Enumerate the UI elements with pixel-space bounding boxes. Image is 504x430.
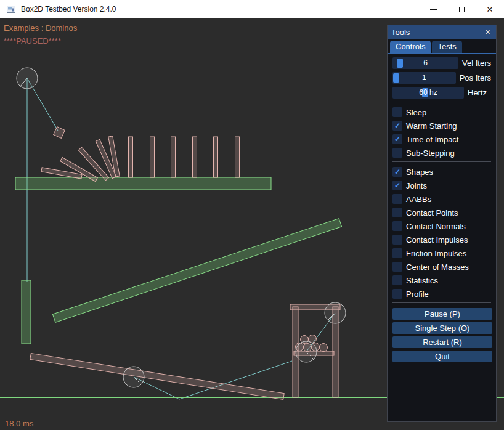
checkbox-label: Time of Impact [406, 135, 458, 144]
example-label: Examples : Dominos [4, 23, 77, 33]
vel-iters-value: 6 [392, 57, 458, 69]
checkbox-label: Sub-Stepping [406, 148, 455, 158]
shapes-checkbox[interactable]: ✓ [392, 167, 402, 177]
close-icon: ✕ [487, 5, 494, 14]
separator [392, 102, 491, 102]
checkbox-label: Profile [406, 290, 429, 299]
hertz-slider[interactable]: 60 hz [392, 87, 464, 99]
contact-impulses-checkbox[interactable]: ✓ [392, 235, 402, 245]
checkbox-label: Contact Normals [406, 222, 466, 231]
tools-close-icon[interactable]: ✕ [483, 28, 492, 37]
checkbox-label: Friction Impulses [406, 249, 466, 258]
tools-panel: Tools ✕ Controls Tests 6 Vel Iters [387, 25, 497, 422]
check-icon: ✓ [394, 181, 400, 190]
app-icon [6, 4, 16, 14]
hertz-row: 60 hz Hertz [392, 87, 491, 99]
checkbox-label: Center of Masses [406, 262, 469, 272]
checkbox-row-warm-starting: ✓ Warm Starting [392, 121, 491, 131]
pause-button[interactable]: Pause (P) [392, 308, 492, 320]
checkbox-row-center-of-masses: ✓ Center of Masses [392, 262, 491, 272]
tools-content: 6 Vel Iters 1 Pos Iters 60 hz [388, 54, 496, 362]
app-window: Box2D Testbed Version 2.4.0 ✕ [0, 0, 504, 430]
checkbox-row-friction-impulses: ✓ Friction Impulses [392, 248, 491, 258]
pos-iters-value: 1 [392, 72, 456, 84]
checkbox-row-contact-points: ✓ Contact Points [392, 208, 491, 217]
maximize-button[interactable] [447, 0, 476, 18]
pos-iters-row: 1 Pos Iters [392, 72, 491, 84]
tools-panel-titlebar[interactable]: Tools ✕ [388, 25, 496, 39]
contact-points-checkbox[interactable]: ✓ [392, 208, 402, 217]
hertz-label: Hertz [468, 88, 487, 97]
checkbox-row-statistics: ✓ Statistics [392, 275, 491, 285]
tab-controls[interactable]: Controls [390, 41, 431, 53]
checkbox-row-profile: ✓ Profile [392, 289, 491, 299]
domino-shapes [30, 127, 284, 400]
tools-tabbar: Controls Tests [388, 39, 496, 54]
check-icon: ✓ [394, 167, 400, 177]
frame-time-label: 18.0 ms [5, 419, 33, 428]
pos-iters-slider[interactable]: 1 [392, 72, 456, 84]
close-button[interactable]: ✕ [476, 0, 504, 18]
vel-iters-label: Vel Iters [462, 59, 491, 68]
checkbox-label: AABBs [406, 195, 431, 204]
tab-tests[interactable]: Tests [432, 41, 461, 53]
friction-impulses-checkbox[interactable]: ✓ [392, 248, 402, 258]
checkbox-row-contact-impulses: ✓ Contact Impulses [392, 235, 491, 245]
checkbox-label: Joints [406, 181, 427, 190]
profile-checkbox[interactable]: ✓ [392, 289, 402, 299]
checkbox-row-aabbs: ✓ AABBs [392, 194, 491, 204]
check-icon: ✓ [394, 121, 400, 131]
vel-iters-row: 6 Vel Iters [392, 57, 491, 69]
checkbox-label: Statistics [406, 276, 438, 285]
sub-stepping-checkbox[interactable]: ✓ [392, 148, 402, 158]
checkbox-row-shapes: ✓ Shapes [392, 167, 491, 177]
warm-starting-checkbox[interactable]: ✓ [392, 121, 402, 131]
center-of-masses-checkbox[interactable]: ✓ [392, 262, 402, 272]
pos-iters-label: Pos Iters [460, 73, 491, 83]
simulation-canvas[interactable]: Examples : Dominos ****PAUSED**** 18.0 m… [0, 18, 504, 430]
checkbox-label: Warm Starting [406, 121, 457, 131]
paused-label: ****PAUSED**** [4, 36, 61, 46]
checkbox-row-sub-stepping: ✓ Sub-Stepping [392, 148, 491, 158]
titlebar: Box2D Testbed Version 2.4.0 ✕ [0, 0, 504, 18]
check-icon: ✓ [394, 134, 400, 144]
checkbox-row-sleep: ✓ Sleep [392, 107, 491, 117]
sleep-checkbox[interactable]: ✓ [392, 107, 402, 117]
contact-normals-checkbox[interactable]: ✓ [392, 221, 402, 231]
time-of-impact-checkbox[interactable]: ✓ [392, 134, 402, 144]
minimize-icon [430, 9, 437, 10]
minimize-button[interactable] [419, 0, 447, 18]
checkbox-row-joints: ✓ Joints [392, 181, 491, 190]
hertz-value: 60 hz [392, 87, 464, 99]
maximize-icon [459, 7, 465, 12]
joints-checkbox[interactable]: ✓ [392, 181, 402, 190]
restart-button[interactable]: Restart (R) [392, 336, 492, 348]
quit-button[interactable]: Quit [392, 351, 492, 362]
single-step-button[interactable]: Single Step (O) [392, 322, 492, 334]
window-title: Box2D Testbed Version 2.4.0 [21, 5, 419, 14]
vel-iters-slider[interactable]: 6 [392, 57, 458, 69]
checkbox-label: Contact Impulses [406, 235, 468, 245]
checkbox-label: Contact Points [406, 208, 458, 217]
checkbox-row-contact-normals: ✓ Contact Normals [392, 221, 491, 231]
separator [392, 161, 491, 162]
tools-panel-title: Tools [391, 28, 483, 37]
checkbox-label: Sleep [406, 108, 426, 117]
statistics-checkbox[interactable]: ✓ [392, 275, 402, 285]
checkbox-row-time-of-impact: ✓ Time of Impact [392, 134, 491, 144]
separator [392, 302, 491, 303]
aabbs-checkbox[interactable]: ✓ [392, 194, 402, 204]
checkbox-label: Shapes [406, 168, 433, 177]
